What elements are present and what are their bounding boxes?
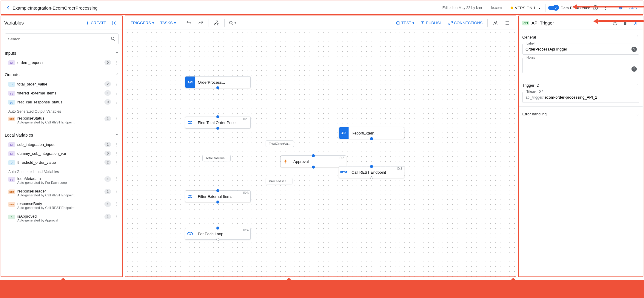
publish-button[interactable]: PUBLISH: [418, 19, 445, 27]
node-label: Find Total Order Price: [195, 120, 238, 125]
usage-count-badge: 1: [104, 176, 111, 182]
variable-more-button[interactable]: ⋮: [113, 142, 119, 147]
variable-more-button[interactable]: ⋮: [113, 160, 119, 165]
label-field-label: Label: [525, 42, 536, 45]
label-input[interactable]: [522, 44, 639, 55]
back-button[interactable]: [4, 5, 13, 11]
search-input[interactable]: [5, 33, 119, 44]
type-badge: (J): [8, 151, 15, 156]
variable-name: orders_request: [17, 60, 102, 65]
variable-row[interactable]: (J) loopMetadataAuto-generated by For Ea…: [5, 175, 119, 188]
tasks-menu[interactable]: TASKS▾: [158, 19, 178, 27]
usage-count-badge: 1: [104, 116, 111, 121]
variable-name: total_order_value: [17, 82, 102, 86]
triggers-menu[interactable]: TRIGGERS▾: [128, 19, 157, 27]
variable-row[interactable]: (J) sub_integration_input 1 ⋮: [5, 140, 119, 149]
trigger-id-input[interactable]: [545, 92, 639, 103]
play-icon: [396, 21, 400, 25]
general-section-header[interactable]: General ⌃: [522, 33, 639, 41]
integration-title: ExampleIntegration-EcomOrderProcessing: [13, 5, 98, 10]
variables-panel: Variables CREATE Inputs ⌃: [1, 16, 123, 277]
inputs-title: Inputs: [5, 51, 115, 56]
usage-count-badge: 0: [104, 60, 111, 65]
variable-row[interactable]: STR responseHeaderAuto-generated by Call…: [5, 188, 119, 200]
outputs-title: Outputs: [5, 72, 115, 77]
variable-more-button[interactable]: ⋮: [113, 176, 119, 181]
variable-more-button[interactable]: ⋮: [113, 189, 119, 193]
chevron-down-icon: ▾: [174, 21, 176, 25]
node-approval[interactable]: ID:2 Approval: [281, 155, 346, 167]
variable-name: responseStatusAuto-generated by Call RES…: [17, 116, 102, 124]
type-badge: B: [8, 215, 15, 219]
node-id: ID:1: [243, 117, 249, 121]
create-variable-button[interactable]: CREATE: [85, 21, 106, 25]
node-call-rest-endpoint[interactable]: REST ID:5 Call REST Endpoint: [339, 166, 404, 178]
variable-more-button[interactable]: ⋮: [113, 214, 119, 218]
node-filter-external-items[interactable]: ID:3 Filter External Items: [185, 190, 251, 202]
variable-row[interactable]: STR responseStatusAuto-generated by Call…: [5, 115, 119, 127]
type-badge: STR: [8, 117, 15, 121]
locals-section-header[interactable]: Local Variables ⌃: [5, 130, 119, 140]
node-find-total-order-price[interactable]: ID:1 Find Total Order Price: [185, 117, 251, 129]
search-variables: [5, 33, 119, 44]
variable-row[interactable]: B isApprovedAuto-generated by Approval 1…: [5, 213, 119, 225]
hamburger-button[interactable]: [502, 18, 513, 28]
variable-row[interactable]: [S] rest_call_response_status 0 ⋮: [5, 97, 119, 106]
data-mapping-icon: [185, 191, 195, 202]
canvas-background[interactable]: [125, 30, 516, 276]
condition-totalorderva-2[interactable]: TotalOrderVa...: [202, 155, 231, 161]
collapse-panel-button[interactable]: [109, 18, 119, 28]
condition-totalorderva-1[interactable]: TotalOrderVa...: [266, 140, 294, 147]
variable-more-button[interactable]: ⋮: [113, 100, 119, 104]
chevron-up-icon: ⌃: [115, 51, 119, 56]
search-icon: [110, 36, 116, 42]
outputs-section-header[interactable]: Outputs ⌃: [5, 70, 119, 80]
condition-proceed-if-a[interactable]: Proceed if a...: [266, 178, 292, 184]
version-dropdown[interactable]: VERSION 1: [508, 4, 543, 12]
notes-input[interactable]: [522, 58, 639, 73]
chevron-down-icon: ⌄: [636, 112, 639, 116]
variable-more-button[interactable]: ⋮: [113, 201, 119, 206]
connections-button[interactable]: CONNECTIONS: [446, 19, 485, 27]
variable-row[interactable]: STR responseBodyAuto-generated by Call R…: [5, 200, 119, 213]
variable-row[interactable]: (J) dummy_sub_integration_var 0 ⋮: [5, 149, 119, 158]
variable-more-button[interactable]: ⋮: [113, 82, 119, 86]
variable-more-button[interactable]: ⋮: [113, 60, 119, 65]
variable-more-button[interactable]: ⋮: [113, 151, 119, 156]
variable-row[interactable]: D total_order_value 2 ⋮: [5, 80, 119, 88]
node-id: ID:5: [397, 167, 402, 170]
variable-row[interactable]: (J) filtered_external_items 1 ⋮: [5, 88, 119, 97]
error-handling-section-header[interactable]: Error handling ⌄: [522, 110, 639, 117]
notes-field-label: Notes: [525, 56, 536, 59]
type-badge: [S]: [8, 100, 15, 105]
logs-button[interactable]: [490, 18, 501, 28]
node-id: ID:2: [339, 156, 344, 160]
node-label: ReportExtern...: [349, 131, 380, 135]
node-id: ID:4: [243, 229, 249, 232]
node-report-extern-api[interactable]: API ReportExtern...: [339, 127, 404, 139]
node-label: OrderProcess...: [195, 80, 228, 85]
type-badge: D: [8, 82, 15, 87]
svg-rect-8: [214, 24, 216, 25]
help-icon[interactable]: ?: [631, 66, 637, 72]
trigger-id-section-header[interactable]: Trigger ID ⌃: [522, 82, 639, 89]
inputs-section-header[interactable]: Inputs ⌃: [5, 48, 119, 58]
help-icon[interactable]: ?: [631, 47, 637, 52]
redo-button[interactable]: [195, 18, 206, 28]
variable-row[interactable]: D threshold_order_value 2 ⋮: [5, 158, 119, 167]
zoom-menu[interactable]: ▾: [227, 18, 238, 28]
svg-rect-9: [217, 24, 219, 25]
org-text: le.com: [491, 6, 502, 10]
test-menu[interactable]: TEST▾: [394, 19, 417, 27]
variable-more-button[interactable]: ⋮: [113, 91, 119, 95]
node-id: ID:3: [243, 191, 249, 195]
node-for-each-loop[interactable]: ID:4 For Each Loop: [185, 228, 251, 240]
undo-button[interactable]: [184, 18, 194, 28]
variable-more-button[interactable]: ⋮: [113, 116, 119, 120]
trigger-id-title: Trigger ID: [522, 83, 636, 88]
usage-count-badge: 2: [104, 160, 111, 165]
layout-button[interactable]: [211, 18, 222, 28]
version-label: VERSION 1: [515, 6, 535, 10]
node-order-process-api[interactable]: API OrderProcess...: [185, 76, 251, 88]
variable-row[interactable]: (J) orders_request 0 ⋮: [5, 58, 119, 67]
